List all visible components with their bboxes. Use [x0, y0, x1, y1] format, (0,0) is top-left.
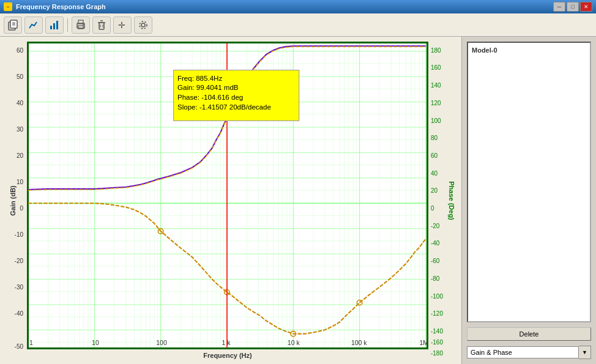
app-icon: ~ — [4, 2, 12, 11]
svg-text:Slope: -1.41507 20dB/decade: Slope: -1.41507 20dB/decade — [177, 103, 271, 111]
svg-text:80: 80 — [431, 134, 438, 142]
svg-text:-180: -180 — [431, 349, 443, 357]
svg-text:Freq: 885.4Hz: Freq: 885.4Hz — [177, 74, 222, 82]
svg-text:1: 1 — [29, 339, 33, 346]
settings-button[interactable] — [134, 17, 152, 34]
svg-text:-10: -10 — [15, 231, 24, 239]
svg-rect-12 — [99, 23, 104, 29]
delete-toolbar-button[interactable] — [92, 17, 111, 34]
bar-chart-button[interactable] — [45, 17, 64, 34]
model-listbox[interactable]: Model-0 — [467, 42, 591, 322]
mode-dropdown-value[interactable]: Gain & Phase — [467, 346, 579, 358]
svg-text:100 k: 100 k — [351, 339, 367, 346]
delete-button[interactable]: Delete — [467, 327, 591, 341]
toolbar: ✛ — [0, 13, 596, 37]
svg-text:50: 50 — [17, 72, 23, 80]
svg-text:20: 20 — [431, 187, 438, 195]
svg-point-11 — [83, 24, 84, 25]
svg-text:-20: -20 — [15, 257, 24, 265]
svg-text:-40: -40 — [431, 239, 440, 247]
svg-text:-50: -50 — [15, 343, 24, 351]
graph-area: Gain (dB) 60 50 40 30 20 10 0 -10 -20 -3… — [0, 37, 461, 364]
svg-text:0: 0 — [20, 204, 23, 212]
svg-text:40: 40 — [431, 169, 438, 177]
move-button[interactable]: ✛ — [113, 17, 132, 34]
window-controls: ─ □ ✕ — [553, 2, 592, 12]
plot-wrapper: Freq: 885.4Hz Gain: 99.4041 mdB Phase: -… — [27, 42, 428, 359]
svg-text:-100: -100 — [431, 292, 443, 300]
svg-text:-40: -40 — [15, 310, 24, 318]
svg-text:30: 30 — [17, 125, 23, 133]
main-content: Gain (dB) 60 50 40 30 20 10 0 -10 -20 -3… — [0, 37, 596, 364]
svg-text:-120: -120 — [431, 310, 443, 318]
svg-text:1 k: 1 k — [222, 339, 231, 346]
svg-text:Gain: 99.4041 mdB: Gain: 99.4041 mdB — [177, 83, 239, 91]
model-box-container: Model-0 — [467, 42, 591, 322]
graph-container: Gain (dB) 60 50 40 30 20 10 0 -10 -20 -3… — [5, 42, 459, 359]
svg-text:180: 180 — [431, 46, 441, 54]
dropdown-arrow[interactable]: ▼ — [579, 346, 591, 359]
copy-button[interactable] — [4, 17, 22, 34]
x-axis-label: Frequency (Hz) — [27, 349, 428, 359]
model-label: Model-0 — [471, 45, 587, 55]
svg-text:60: 60 — [431, 151, 438, 159]
svg-text:-80: -80 — [431, 274, 440, 282]
svg-text:100: 100 — [156, 339, 167, 346]
svg-text:-160: -160 — [431, 338, 443, 346]
svg-text:10 k: 10 k — [288, 339, 300, 346]
svg-rect-7 — [56, 21, 58, 29]
svg-text:140: 140 — [431, 81, 441, 89]
line-chart-button[interactable] — [24, 17, 43, 34]
svg-text:100: 100 — [431, 116, 441, 124]
maximize-button[interactable]: □ — [567, 2, 579, 12]
svg-point-19 — [140, 21, 147, 29]
svg-text:20: 20 — [17, 151, 23, 159]
svg-text:40: 40 — [17, 98, 23, 106]
svg-text:60: 60 — [17, 46, 23, 54]
mode-dropdown-container: Gain & Phase ▼ — [467, 346, 591, 359]
minimize-button[interactable]: ─ — [553, 2, 565, 12]
print-button[interactable] — [72, 17, 90, 34]
svg-text:120: 120 — [431, 98, 441, 106]
plot-area[interactable]: Freq: 885.4Hz Gain: 99.4041 mdB Phase: -… — [27, 42, 428, 349]
svg-text:-60: -60 — [431, 257, 440, 265]
title-bar: ~ Frequency Response Graph ─ □ ✕ — [0, 0, 596, 13]
svg-text:-30: -30 — [15, 283, 24, 291]
svg-text:160: 160 — [431, 64, 441, 72]
y-axis-left-ticks: Gain (dB) 60 50 40 30 20 10 0 -10 -20 -3… — [5, 42, 27, 359]
separator-1 — [67, 18, 68, 32]
y-axis-right-ticks: Phase (Deg) 180 160 140 120 100 80 60 40… — [428, 42, 459, 359]
svg-text:-20: -20 — [431, 221, 440, 229]
svg-text:10: 10 — [92, 339, 99, 346]
window-title: Frequency Response Graph — [16, 3, 549, 10]
svg-rect-5 — [50, 26, 52, 29]
svg-text:1M: 1M — [419, 339, 427, 346]
svg-text:-140: -140 — [431, 327, 443, 335]
svg-point-18 — [141, 23, 145, 27]
close-button[interactable]: ✕ — [580, 2, 592, 12]
svg-text:10: 10 — [17, 178, 23, 186]
svg-text:Phase: -104.616 deg: Phase: -104.616 deg — [177, 93, 243, 101]
right-panel: Model-0 Delete Gain & Phase ▼ — [461, 37, 596, 364]
svg-rect-6 — [53, 23, 55, 29]
svg-text:✛: ✛ — [118, 20, 125, 30]
svg-text:0: 0 — [431, 204, 434, 212]
